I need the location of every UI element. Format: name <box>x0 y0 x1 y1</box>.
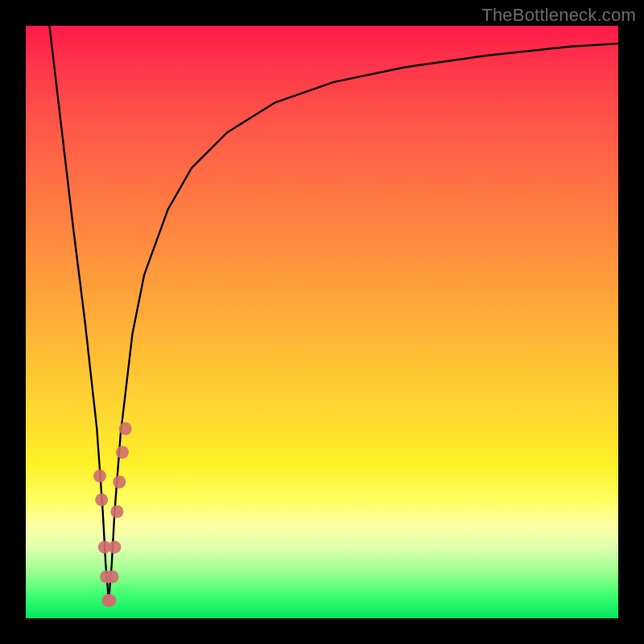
marker-dot <box>104 594 117 607</box>
marker-dot <box>110 506 123 518</box>
marker-dot <box>113 476 126 489</box>
marker-dot <box>108 541 121 554</box>
marker-dot <box>93 469 106 482</box>
plot-area <box>26 26 618 618</box>
bottleneck-curve <box>49 26 618 601</box>
chart-frame: TheBottleneck.com <box>0 0 644 644</box>
watermark-text: TheBottleneck.com <box>481 5 636 26</box>
marker-dot <box>95 493 108 506</box>
curve-layer <box>26 26 618 618</box>
marker-dot <box>116 446 129 459</box>
marker-dot <box>105 570 118 583</box>
marker-dot <box>119 422 132 435</box>
